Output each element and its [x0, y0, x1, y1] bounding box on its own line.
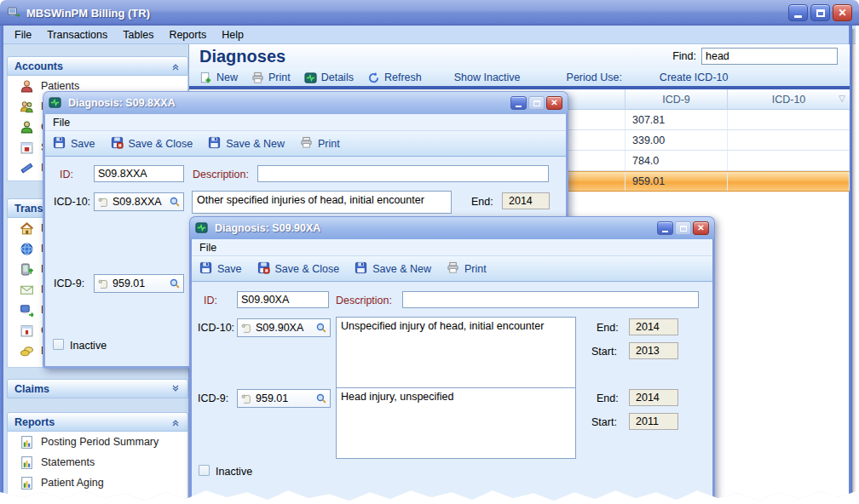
dialog-titlebar[interactable]: Diagnosis: S09.90XA ✕ [189, 216, 715, 239]
coins-icon [20, 344, 34, 358]
menu-item-file[interactable]: File [53, 117, 70, 129]
dialog-title: Diagnosis: S09.90XA [215, 222, 655, 234]
scanner-icon [20, 161, 34, 175]
id-input[interactable] [237, 291, 329, 308]
icd10-code-picker[interactable]: S09.90XA [237, 318, 331, 337]
maximize-button[interactable] [810, 4, 830, 21]
menu-item-help[interactable]: Help [214, 27, 251, 43]
new-button[interactable]: New [199, 72, 238, 84]
window-shadow [852, 29, 856, 504]
create-icd10-button[interactable]: Create ICD-10 [660, 72, 729, 83]
diagnosis-dialog-s0990xa: Diagnosis: S09.90XA ✕ File Save Save & C… [189, 216, 715, 504]
sidebar-item-label: Patients [41, 80, 79, 92]
print-button[interactable]: Print [447, 261, 487, 277]
cell-icd9[interactable]: 307.81 [626, 110, 728, 129]
start-label: Start: [591, 346, 617, 358]
close-icon: ✕ [697, 224, 704, 232]
print-button[interactable]: Print [300, 136, 340, 152]
cell-icd9[interactable]: 339.00 [626, 130, 728, 150]
maximize-icon [680, 226, 687, 232]
save-button[interactable]: Save [53, 136, 95, 152]
sidebar-item-label: Patient Aging [41, 477, 104, 489]
save-new-button[interactable]: Save & New [208, 136, 285, 152]
save-button[interactable]: Save [199, 261, 242, 277]
save-close-button[interactable]: Save & Close [111, 136, 193, 152]
menu-item-file[interactable]: File [199, 242, 216, 254]
sidebar-item-patient-aging[interactable]: Patient Aging [8, 472, 187, 493]
period-use-button[interactable]: Period Use: [567, 72, 622, 83]
chevron-up-icon[interactable] [170, 417, 181, 427]
scroll-icon [97, 197, 108, 208]
maximize-button[interactable] [675, 221, 691, 235]
magnifier-icon[interactable] [315, 392, 327, 404]
minimize-button[interactable] [510, 96, 527, 110]
magnifier-icon[interactable] [315, 322, 327, 334]
icd9-code-picker[interactable]: 959.01 [94, 274, 184, 293]
cell-icd9[interactable]: 784.0 [626, 151, 728, 170]
cell-icd9[interactable]: 959.01 [626, 172, 728, 191]
window-titlebar[interactable]: MBSWinPM Billing (TR) ✕ [0, 0, 859, 26]
icd9-end-year: 2014 [629, 389, 678, 406]
cell-icd10[interactable] [728, 130, 850, 150]
print-button[interactable]: Print [251, 72, 291, 84]
show-inactive-button[interactable]: Show Inactive [454, 72, 521, 83]
magnifier-icon[interactable] [169, 278, 181, 289]
chevron-down-icon[interactable] [170, 384, 181, 394]
sidebar-section-reports[interactable]: Reports [7, 412, 188, 432]
end-label: End: [597, 392, 619, 404]
menu-item-tables[interactable]: Tables [115, 27, 161, 43]
dialog-titlebar[interactable]: Diagnosis: S09.8XXA ✕ [43, 91, 568, 114]
column-header-icd10[interactable]: ICD-10 ▽ [728, 89, 850, 109]
maximize-button[interactable] [528, 96, 545, 110]
icd10-description-box[interactable]: Unspecified injury of head, initial enco… [336, 317, 576, 395]
new-icon [199, 72, 212, 84]
id-input[interactable] [94, 165, 184, 182]
close-button[interactable]: ✕ [546, 96, 562, 110]
description-input[interactable] [257, 165, 549, 182]
cell-icd10[interactable] [728, 110, 850, 129]
sidebar-section-claims[interactable]: Claims [7, 379, 188, 398]
save-close-button[interactable]: Save & Close [257, 261, 340, 277]
cell-icd10[interactable] [728, 151, 850, 170]
sidebar-item-statements[interactable]: Statements [8, 452, 187, 472]
close-button[interactable]: ✕ [833, 4, 852, 21]
sidebar-section-accounts[interactable]: Accounts [7, 56, 188, 76]
sidebar-item-label: Statements [41, 456, 95, 468]
minimize-button[interactable] [657, 221, 673, 235]
find-input[interactable] [701, 48, 838, 65]
create-icd10-label: Create ICD-10 [660, 72, 729, 83]
description-label: Description: [193, 169, 249, 180]
menu-item-transactions[interactable]: Transactions [39, 27, 115, 43]
details-button[interactable]: Details [304, 72, 354, 84]
refresh-button[interactable]: Refresh [367, 72, 422, 84]
diagnosis-icon [49, 96, 63, 111]
filter-icon[interactable]: ▽ [839, 94, 845, 103]
sidebar-item-posting-period-summary[interactable]: Posting Period Summary [8, 432, 187, 452]
cell-icd10[interactable] [728, 172, 850, 191]
menu-item-file[interactable]: File [7, 27, 39, 43]
minimize-button[interactable] [788, 4, 808, 21]
application-window: MBSWinPM Billing (TR) ✕ File Transaction… [0, 0, 859, 504]
icd9-label: ICD-9: [54, 278, 84, 289]
description-input[interactable] [402, 291, 699, 308]
section-title: Claims [14, 383, 170, 395]
icd10-label: ICD-10: [198, 322, 234, 334]
menu-item-reports[interactable]: Reports [161, 27, 214, 43]
icd10-description-box[interactable]: Other specified injuries of head, initia… [192, 191, 452, 214]
close-button[interactable]: ✕ [693, 221, 709, 235]
icd10-label: ICD-10: [54, 196, 90, 208]
icd9-description-box[interactable]: Head injury, unspecified [336, 387, 576, 459]
inactive-checkbox[interactable] [199, 465, 210, 476]
new-label: New [216, 72, 238, 83]
icd10-start-year: 2013 [629, 342, 678, 359]
icd10-code-picker[interactable]: S09.8XXA [94, 192, 184, 211]
inactive-checkbox[interactable] [53, 339, 64, 350]
save-new-button[interactable]: Save & New [355, 261, 431, 277]
magnifier-icon[interactable] [169, 196, 181, 208]
menu-bar: File Transactions Tables Reports Help [3, 26, 856, 44]
icd9-code-picker[interactable]: 959.01 [237, 389, 331, 408]
app-icon [7, 6, 21, 20]
column-header-icd9[interactable]: ICD-9 [626, 89, 728, 109]
chevron-up-icon[interactable] [170, 61, 181, 72]
column-header-icd10-label: ICD-10 [772, 94, 806, 106]
